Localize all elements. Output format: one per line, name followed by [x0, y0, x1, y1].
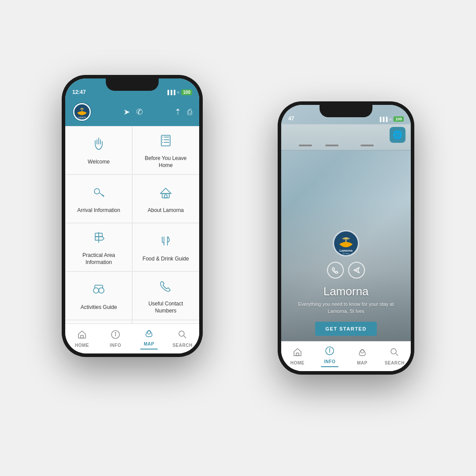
- phone-icon-menu: [158, 278, 174, 296]
- svg-point-20: [93, 288, 99, 293]
- nav-map-left[interactable]: MAP: [132, 325, 166, 353]
- signal-icon: ▐▐▐: [166, 90, 175, 95]
- menu-item-luggage[interactable]: [132, 320, 199, 324]
- hero-subtitle: Everything you need to know for your sta…: [290, 301, 402, 315]
- phones-container: 12:47 ▐▐▐ ≈ 100: [40, 40, 436, 436]
- nav-info-right[interactable]: INFO: [314, 342, 346, 371]
- svg-text:St Ives: St Ives: [80, 119, 85, 120]
- status-icons-left: ▐▐▐ ≈ 100: [166, 89, 192, 95]
- nav-info-icon-right: [325, 346, 335, 358]
- menu-label-practical: Practical Area Information: [70, 252, 127, 266]
- nav-map-icon-right: [357, 347, 367, 359]
- bottom-nav-right: HOME INFO MAP: [281, 341, 411, 371]
- cabinet-handle-3: [361, 145, 374, 146]
- header-icons-left: ➤ ✆: [123, 107, 143, 117]
- svg-text:Lamorna: Lamorna: [78, 116, 86, 119]
- svg-rect-14: [162, 193, 169, 198]
- nav-info-label-left: INFO: [110, 343, 121, 348]
- menu-label-food: Food & Drink Guide: [142, 256, 189, 263]
- menu-label-contact: Useful Contact Numbers: [137, 301, 194, 314]
- send-circle-icon[interactable]: [348, 262, 365, 279]
- nav-info-icon-left: [111, 330, 120, 342]
- phone-right: 🌐 47 ▐▐▐ ≈ 100: [278, 101, 414, 375]
- status-time-left: 12:47: [72, 89, 86, 95]
- phone-left-content: 12:47 ▐▐▐ ≈ 100: [65, 78, 199, 353]
- svg-point-10: [94, 189, 100, 194]
- notch-left: [106, 78, 159, 91]
- nav-map-underline: [140, 349, 158, 350]
- svg-text:St Ives: St Ives: [342, 252, 350, 254]
- nav-home-label-left: HOME: [75, 343, 89, 348]
- home-icon-menu: [158, 185, 174, 203]
- menu-item-contact[interactable]: Useful Contact Numbers: [132, 271, 199, 320]
- menu-item-welcome[interactable]: Welcome: [65, 126, 132, 175]
- svg-rect-15: [164, 195, 167, 198]
- menu-label-welcome: Welcome: [88, 159, 110, 166]
- nav-search-label-left: SEARCH: [172, 343, 192, 348]
- nav-map-label-right: MAP: [357, 361, 368, 365]
- nav-home-right[interactable]: HOME: [281, 344, 314, 369]
- svg-point-45: [361, 350, 364, 353]
- welcome-logo: Lamorna St Ives: [333, 230, 359, 257]
- svg-line-47: [396, 353, 398, 356]
- nav-map-icon-left: [144, 328, 154, 340]
- battery-badge-right: 100: [394, 116, 404, 122]
- cabinet-handle-2: [325, 145, 338, 146]
- phone-icon-header[interactable]: ✆: [136, 107, 143, 117]
- svg-point-21: [99, 288, 104, 293]
- menu-item-arrival[interactable]: Arrival Information: [65, 175, 132, 223]
- nav-map-right[interactable]: MAP: [346, 344, 379, 369]
- nav-search-icon-right: [390, 347, 399, 359]
- menu-label-arrival: Arrival Information: [77, 207, 120, 214]
- binoculars-icon: [91, 282, 107, 300]
- menu-item-activities[interactable]: Activities Guide: [65, 271, 132, 320]
- menu-item-practical[interactable]: Practical Area Information: [65, 223, 132, 271]
- phone-circle-icon[interactable]: [327, 262, 344, 279]
- welcome-screen: 🌐 47 ▐▐▐ ≈ 100: [281, 105, 411, 371]
- contact-icons-row: [290, 262, 402, 279]
- svg-point-46: [391, 349, 396, 354]
- share-icon[interactable]: ⇡: [175, 107, 181, 117]
- send-icon[interactable]: ➤: [123, 107, 130, 117]
- phone-left-screen: 12:47 ▐▐▐ ≈ 100: [65, 78, 199, 353]
- logo-svg: Lamorna St Ives: [74, 104, 90, 120]
- globe-button[interactable]: 🌐: [390, 127, 405, 143]
- menu-item-food[interactable]: Food & Drink Guide: [132, 223, 199, 271]
- hero-title: Lamorna: [290, 285, 402, 298]
- menu-item-before-leave[interactable]: Before You Leave Home: [132, 126, 199, 175]
- hand-icon: [91, 136, 107, 154]
- nav-home-label-right: HOME: [290, 361, 305, 365]
- menu-label-about: About Lamorna: [148, 207, 184, 214]
- menu-item-about[interactable]: About Lamorna: [132, 175, 199, 223]
- menu-label-before-leave: Before You Leave Home: [137, 155, 194, 169]
- bottom-nav-left: HOME INFO MAP: [65, 324, 199, 353]
- nav-info-left[interactable]: INFO: [99, 326, 132, 351]
- menu-label-activities: Activities Guide: [81, 304, 117, 311]
- signal-icon-right: ▐▐▐: [378, 117, 387, 122]
- battery-badge-left: 100: [181, 89, 192, 95]
- hero-content: Lamorna St Ives: [281, 230, 411, 336]
- print-icon[interactable]: ⎙: [187, 108, 192, 117]
- svg-point-33: [115, 332, 116, 333]
- svg-rect-30: [81, 335, 83, 338]
- wifi-icon: ≈: [177, 90, 180, 95]
- nav-home-left[interactable]: HOME: [65, 326, 99, 351]
- cabinet-handle-1: [299, 145, 312, 146]
- nav-search-right[interactable]: SEARCH: [379, 344, 411, 369]
- nav-search-label-right: SEARCH: [385, 361, 405, 365]
- key-icon: [91, 185, 107, 203]
- phone-right-screen: 🌐 47 ▐▐▐ ≈ 100: [281, 105, 411, 371]
- welcome-logo-svg: Lamorna St Ives: [335, 232, 357, 254]
- menu-item-book[interactable]: [65, 320, 132, 324]
- svg-point-34: [147, 331, 151, 334]
- app-logo[interactable]: Lamorna St Ives: [72, 102, 92, 122]
- nav-search-left[interactable]: SEARCH: [166, 326, 199, 351]
- app-header-left: Lamorna St Ives ➤ ✆ ⇡ ⎙: [65, 98, 199, 126]
- nav-info-label-right: INFO: [324, 359, 335, 364]
- svg-point-35: [179, 331, 184, 336]
- get-started-button[interactable]: GET STARTED: [315, 322, 377, 336]
- header-icons-right: ⇡ ⎙: [175, 107, 192, 117]
- nav-home-icon-right: [293, 347, 302, 359]
- nav-map-label-left: MAP: [144, 342, 154, 346]
- phone-left: 12:47 ▐▐▐ ≈ 100: [62, 75, 203, 357]
